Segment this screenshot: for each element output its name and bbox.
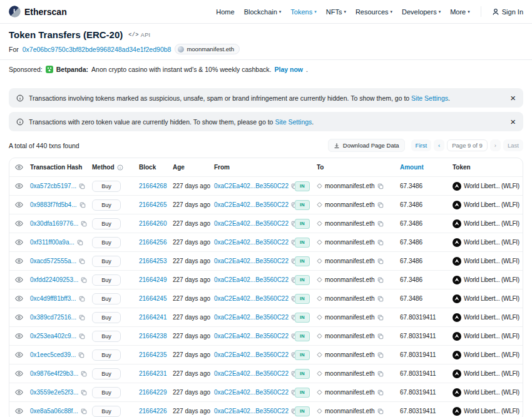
eye-icon[interactable] [15,182,23,190]
copy-icon[interactable] [79,183,85,189]
eye-icon[interactable] [15,276,23,284]
block-link[interactable]: 21664249 [139,276,167,283]
token-link[interactable]: World Libert... (WLFI) [464,408,519,414]
copy-icon[interactable] [377,389,384,396]
tx-hash-link[interactable]: 0x253ea402c9... [30,333,76,339]
copy-icon[interactable] [81,277,87,283]
play-now-link[interactable]: Play now [274,66,303,73]
copy-icon[interactable] [377,183,384,189]
token-link[interactable]: World Libert... (WLFI) [464,276,519,283]
from-address-link[interactable]: 0xaC2Ea402...Be3560C22 [214,351,289,358]
from-address-link[interactable]: 0xaC2Ea402...Be3560C22 [214,239,289,246]
from-address-link[interactable]: 0xaC2Ea402...Be3560C22 [214,370,289,377]
eye-icon[interactable] [15,257,23,265]
token-link[interactable]: World Libert... (WLFI) [464,258,519,264]
from-address-link[interactable]: 0xaC2Ea402...Be3560C22 [214,220,289,227]
copy-icon[interactable] [377,333,384,339]
nav-item-blockchain[interactable]: Blockchain▾ [244,8,282,16]
copy-icon[interactable] [377,202,384,208]
method-button[interactable]: Buy [92,218,121,229]
copy-icon[interactable] [79,314,85,321]
copy-icon[interactable] [81,221,87,227]
method-button[interactable]: Buy [92,406,121,417]
method-button[interactable]: Buy [92,349,121,361]
eye-icon[interactable] [15,407,23,415]
copy-icon[interactable] [78,352,84,358]
site-settings-link[interactable]: Site Settings [275,118,312,126]
block-link[interactable]: 21664238 [139,333,167,339]
method-button[interactable]: Buy [92,312,121,323]
nav-item-home[interactable]: Home [216,8,234,16]
site-settings-link[interactable]: Site Settings [411,94,448,102]
tx-hash-link[interactable]: 0xfdd22409253... [30,276,78,283]
eye-icon[interactable] [15,369,23,378]
copy-icon[interactable] [377,352,384,358]
block-link[interactable]: 21664229 [139,389,167,396]
tx-hash-link[interactable]: 0x30dfa169776... [30,220,78,227]
method-button[interactable]: Buy [92,256,121,267]
nav-item-tokens[interactable]: Tokens▾ [290,8,316,16]
token-link[interactable]: World Libert... (WLFI) [464,314,519,321]
tx-hash-link[interactable]: 0x1eec5ced39... [30,351,76,358]
method-button[interactable]: Buy [92,331,121,342]
copy-icon[interactable] [377,277,384,283]
token-link[interactable]: World Libert... (WLFI) [464,183,519,189]
copy-icon[interactable] [377,408,384,414]
method-button[interactable]: Buy [92,387,121,398]
from-address-link[interactable]: 0xaC2Ea402...Be3560C22 [214,258,289,264]
method-button[interactable]: Buy [92,274,121,286]
block-link[interactable]: 21664265 [139,201,167,208]
method-button[interactable]: Buy [92,237,121,248]
sign-in-button[interactable]: Sign In [492,8,523,16]
from-address-link[interactable]: 0xaC2Ea402...Be3560C22 [214,314,289,321]
tx-hash-link[interactable]: 0x9876e4f29b3... [30,370,78,377]
copy-icon[interactable] [79,202,86,208]
block-link[interactable]: 21664226 [139,408,167,414]
copy-icon[interactable] [377,239,384,246]
etherscan-logo[interactable]: Etherscan [9,6,67,18]
copy-icon[interactable] [81,371,87,377]
method-button[interactable]: Buy [92,293,121,304]
token-link[interactable]: World Libert... (WLFI) [464,239,519,246]
token-link[interactable]: World Libert... (WLFI) [464,389,519,396]
nav-item-resources[interactable]: Resources▾ [356,8,392,16]
block-link[interactable]: 21664235 [139,351,167,358]
header-method[interactable]: Method [92,164,139,171]
tx-hash-link[interactable]: 0xa572cb5197... [30,183,76,189]
prev-page-button[interactable]: ‹ [434,139,444,151]
from-address-link[interactable]: 0xaC2Ea402...Be3560C22 [214,408,289,414]
tx-hash-link[interactable]: 0x9883f7fd5b4... [30,201,77,208]
block-link[interactable]: 21664268 [139,183,167,189]
method-button[interactable]: Buy [92,368,121,379]
method-button[interactable]: Buy [92,199,121,211]
from-address-link[interactable]: 0xaC2Ea402...Be3560C22 [214,201,289,208]
nav-item-nfts[interactable]: NFTs▾ [326,8,346,16]
copy-icon[interactable] [79,333,85,339]
close-icon[interactable]: × [510,93,516,103]
eye-icon[interactable] [15,351,23,359]
tx-hash-link[interactable]: 0x389cd72516... [30,314,76,321]
header-amount[interactable]: Amount [400,164,453,171]
token-link[interactable]: World Libert... (WLFI) [464,351,519,358]
token-link[interactable]: World Libert... (WLFI) [464,370,519,377]
tx-hash-link[interactable]: 0xe8a5a06c88f... [30,408,78,414]
download-page-data-button[interactable]: Download Page Data [328,139,405,152]
copy-icon[interactable] [377,221,384,227]
first-page-button[interactable]: First [411,139,431,151]
from-address-link[interactable]: 0xaC2Ea402...Be3560C22 [214,333,289,339]
copy-icon[interactable] [377,258,384,264]
copy-icon[interactable] [377,371,384,377]
address-name-tag[interactable]: moonmanifest.eth [175,44,240,54]
method-button[interactable]: Buy [92,181,121,192]
copy-icon[interactable] [79,296,85,302]
block-link[interactable]: 21664256 [139,239,167,246]
tx-hash-link[interactable]: 0xacd572555a... [30,258,76,264]
nav-item-more[interactable]: More▾ [450,8,470,16]
from-address-link[interactable]: 0xaC2Ea402...Be3560C22 [214,295,289,302]
copy-icon[interactable] [79,258,85,264]
token-link[interactable]: World Libert... (WLFI) [464,201,519,208]
from-address-link[interactable]: 0xaC2Ea402...Be3560C22 [214,183,289,189]
close-icon[interactable]: × [510,117,516,126]
eye-icon[interactable] [15,219,23,228]
tx-hash-link[interactable]: 0xc4d9ff81bff3... [30,295,76,302]
